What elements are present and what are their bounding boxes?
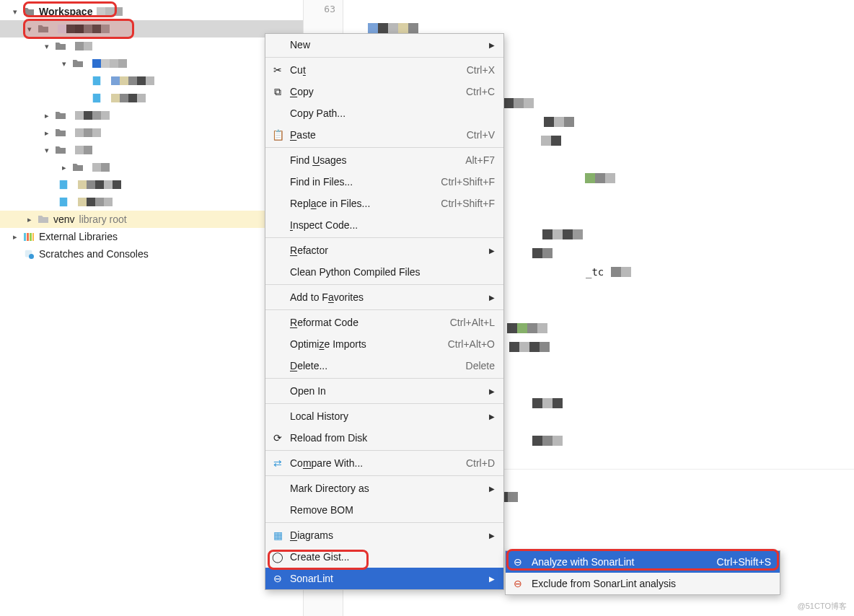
watermark: @51CTO博客	[798, 601, 847, 612]
menuitem-label: Replace in Files...	[290, 198, 370, 209]
project-tree[interactable]: ▾ Workspace ▾ ▾ ▾ ▸ ▸ ▾	[0, 0, 303, 616]
blurred-content	[611, 267, 631, 277]
menuitem-reformat[interactable]: Reformat CodeCtrl+Alt+L	[265, 312, 503, 333]
menuitem-paste[interactable]: 📋PasteCtrl+V	[265, 124, 503, 146]
menuitem-label: Add to Favorites	[290, 291, 364, 303]
menuitem-open-in[interactable]: Open In▶	[265, 380, 503, 402]
menuitem-label: Paste	[290, 129, 316, 141]
menuitem-label: Analyze with SonarLint	[532, 556, 634, 568]
sonarlint-submenu[interactable]: ⊖Analyze with SonarLintCtrl+Shift+S ⊖Exc…	[505, 550, 780, 595]
blurred-content	[78, 198, 113, 206]
menuitem-label: Compare With...	[290, 457, 363, 469]
menuitem-local-history[interactable]: Local History▶	[265, 405, 503, 427]
menuitem-optimize-imports[interactable]: Optimize ImportsCtrl+Alt+O	[265, 333, 503, 355]
menuitem-new[interactable]: New▶	[265, 34, 503, 56]
menuitem-refactor[interactable]: Refactor▶	[265, 239, 503, 261]
blurred-content	[97, 7, 123, 16]
tree-row[interactable]: ▸	[0, 107, 303, 124]
submenu-arrow-icon: ▶	[489, 41, 495, 49]
menuitem-inspect-code[interactable]: Inspect Code...	[265, 214, 503, 236]
submenu-arrow-icon: ▶	[489, 387, 495, 395]
menuitem-label: Create Gist...	[290, 551, 349, 563]
svg-rect-7	[32, 233, 34, 241]
diagram-icon: ▦	[271, 529, 284, 541]
tree-row[interactable]: ▾	[0, 141, 303, 159]
menuitem-find-in-files[interactable]: Find in Files...Ctrl+Shift+F	[265, 171, 503, 193]
folder-icon	[55, 41, 66, 51]
tree-row-workspace[interactable]: ▾ Workspace	[0, 3, 303, 20]
menuitem-diagrams[interactable]: ▦Diagrams▶	[265, 524, 503, 546]
blurred-content	[75, 111, 110, 120]
menuitem-find-usages[interactable]: Find UsagesAlt+F7	[265, 149, 503, 171]
tree-row[interactable]	[0, 193, 303, 211]
svg-rect-2	[60, 180, 68, 189]
reload-icon: ⟳	[271, 432, 284, 444]
sonarlint-icon: ⊖	[271, 573, 284, 584]
menuitem-label: SonarLint	[290, 573, 333, 584]
file-icon	[91, 93, 102, 103]
folder-icon	[55, 110, 66, 120]
menu-separator	[265, 522, 503, 523]
blurred-content	[75, 42, 92, 50]
chevron-down-icon: ▾	[59, 59, 69, 69]
tree-row[interactable]	[0, 72, 303, 89]
sonarlint-icon: ⊖	[511, 578, 524, 589]
cut-icon: ✂	[271, 64, 284, 76]
menuitem-mark-directory[interactable]: Mark Directory as▶	[265, 478, 503, 499]
menuitem-label: Diagrams	[290, 529, 333, 541]
file-icon	[58, 180, 69, 190]
menu-separator	[265, 403, 503, 404]
blurred-content	[111, 94, 146, 102]
menuitem-sonarlint[interactable]: ⊖SonarLint▶	[265, 568, 503, 589]
menu-separator	[265, 309, 503, 310]
menu-separator	[265, 147, 503, 148]
menuitem-remove-bom[interactable]: Remove BOM	[265, 499, 503, 521]
blurred-content	[111, 76, 154, 85]
context-menu[interactable]: New▶ ✂CutCtrl+X ⧉CopyCtrl+C Copy Path...…	[265, 33, 504, 590]
tree-row[interactable]: ▸	[0, 159, 303, 176]
menuitem-label: Remove BOM	[290, 504, 353, 516]
tree-row[interactable]	[0, 89, 303, 107]
blurred-content	[368, 23, 418, 33]
menuitem-replace-in-files[interactable]: Replace in Files...Ctrl+Shift+F	[265, 193, 503, 214]
folder-icon	[38, 24, 49, 34]
menuitem-reload-disk[interactable]: ⟳Reload from Disk	[265, 427, 503, 449]
tree-row-scratches[interactable]: Scratches and Consoles	[0, 245, 303, 263]
menuitem-label: Clean Python Compiled Files	[290, 266, 421, 278]
menuitem-compare[interactable]: ⇄Compare With...Ctrl+D	[265, 452, 503, 474]
tree-row[interactable]: ▸	[0, 124, 303, 141]
scratches-icon	[23, 249, 35, 259]
submenu-arrow-icon: ▶	[489, 575, 495, 583]
menuitem-label: Optimize Imports	[290, 338, 366, 350]
shortcut: Ctrl+C	[466, 86, 495, 97]
shortcut: Delete	[466, 360, 495, 371]
menuitem-clean-pyc[interactable]: Clean Python Compiled Files	[265, 261, 503, 283]
menuitem-copy-path[interactable]: Copy Path...	[265, 102, 503, 124]
shortcut: Ctrl+D	[466, 457, 495, 469]
menuitem-delete[interactable]: Delete...Delete	[265, 355, 503, 377]
menuitem-label: Local History	[290, 410, 348, 422]
menuitem-cut[interactable]: ✂CutCtrl+X	[265, 59, 503, 81]
tree-row[interactable]: ▾	[0, 55, 303, 72]
tree-row[interactable]: ▾	[0, 38, 303, 55]
menuitem-create-gist[interactable]: ◯Create Gist...	[265, 546, 503, 568]
tree-row-external-libs[interactable]: ▸ External Libraries	[0, 228, 303, 245]
shortcut: Ctrl+Shift+F	[441, 198, 495, 209]
submenu-arrow-icon: ▶	[489, 485, 495, 493]
chevron-right-icon: ▸	[42, 111, 52, 120]
menuitem-analyze-sonarlint[interactable]: ⊖Analyze with SonarLintCtrl+Shift+S	[506, 551, 780, 573]
menuitem-copy[interactable]: ⧉CopyCtrl+C	[265, 81, 503, 102]
tree-row-selected[interactable]: ▾	[0, 20, 303, 38]
menuitem-label: Inspect Code...	[290, 219, 358, 231]
blurred-content	[92, 59, 127, 68]
tree-row-venv[interactable]: ▸ venv library root	[0, 211, 303, 228]
menuitem-favorites[interactable]: Add to Favorites▶	[265, 286, 503, 308]
menuitem-label: Delete...	[290, 360, 327, 371]
paste-icon: 📋	[271, 129, 284, 141]
menuitem-exclude-sonarlint[interactable]: ⊖Exclude from SonarLint analysis	[506, 573, 780, 594]
shortcut: Ctrl+Shift+F	[441, 176, 495, 188]
shortcut: Ctrl+Alt+O	[448, 338, 495, 350]
folder-icon	[38, 214, 49, 224]
chevron-down-icon: ▾	[25, 25, 35, 34]
tree-row[interactable]	[0, 176, 303, 193]
